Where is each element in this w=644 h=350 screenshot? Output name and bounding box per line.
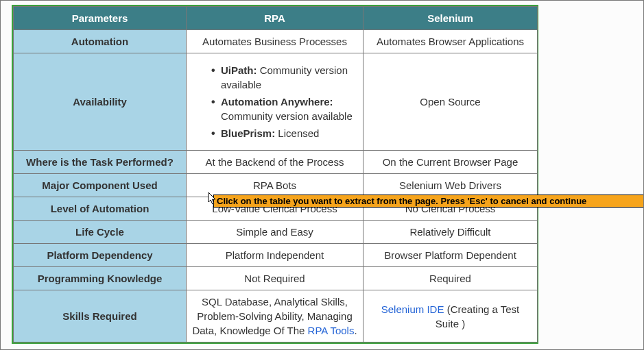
- cell-sel-availability: Open Source: [363, 53, 538, 151]
- skills-rpa-text-post: .: [354, 325, 357, 336]
- list-item: Automation Anywhere: Community version a…: [211, 95, 355, 123]
- cell-rpa-skills: SQL Database, Analytical Skills, Problem…: [187, 290, 363, 342]
- availability-list: UiPath: Community version available Auto…: [192, 58, 357, 146]
- cell-rpa-automation: Automates Business Processes: [187, 30, 363, 53]
- list-item: BluePrism: Licensed: [211, 126, 355, 140]
- param-major-component: Major Component Used: [14, 174, 187, 197]
- cell-rpa-platform-dependency: Platform Independent: [187, 244, 363, 267]
- cell-sel-automation: Automates Browser Applications: [363, 30, 538, 53]
- cell-rpa-availability: UiPath: Community version available Auto…: [187, 53, 363, 151]
- extract-instruction-bar: Click on the table you want to extract f…: [213, 195, 643, 208]
- cell-rpa-programming-knowledge: Not Required: [187, 267, 363, 290]
- param-level-automation: Level of Automation: [14, 197, 187, 221]
- param-programming-knowledge: Programming Knowledge: [14, 267, 187, 290]
- header-rpa: RPA: [187, 7, 363, 30]
- selenium-ide-link[interactable]: Selenium IDE: [381, 303, 444, 315]
- cell-sel-programming-knowledge: Required: [363, 267, 538, 290]
- cell-rpa-life-cycle: Simple and Easy: [187, 221, 363, 244]
- list-item: UiPath: Community version available: [211, 63, 355, 92]
- table-row[interactable]: Automation Automates Business Processes …: [14, 30, 538, 53]
- param-automation: Automation: [14, 30, 187, 53]
- cell-sel-skills: Selenium IDE (Creating a Test Suite ): [363, 290, 538, 342]
- cell-rpa-major-component: RPA Bots: [187, 174, 363, 197]
- rpa-tools-link[interactable]: RPA Tools: [308, 325, 355, 336]
- cell-sel-task-performed: On the Current Browser Page: [363, 151, 538, 174]
- table-header-row: Parameters RPA Selenium: [14, 7, 538, 30]
- table-row[interactable]: Skills Required SQL Database, Analytical…: [14, 290, 538, 342]
- table-row[interactable]: Life Cycle Simple and Easy Relatively Di…: [14, 221, 538, 244]
- header-selenium: Selenium: [363, 7, 538, 30]
- cell-rpa-task-performed: At the Backend of the Process: [187, 151, 363, 174]
- table-row[interactable]: Programming Knowledge Not Required Requi…: [14, 267, 538, 290]
- table-row[interactable]: Platform Dependency Platform Independent…: [14, 244, 538, 267]
- skills-sel-text-post: (Creating a Test Suite ): [436, 303, 519, 329]
- comparison-table-wrap[interactable]: Parameters RPA Selenium Automation Autom…: [12, 5, 538, 344]
- param-skills-required: Skills Required: [14, 290, 187, 342]
- table-row[interactable]: Major Component Used RPA Bots Selenium W…: [14, 174, 538, 197]
- param-availability: Availability: [14, 53, 187, 151]
- cell-sel-major-component: Selenium Web Drivers: [363, 174, 538, 197]
- cell-sel-platform-dependency: Browser Platform Dependent: [363, 244, 538, 267]
- comparison-table[interactable]: Parameters RPA Selenium Automation Autom…: [13, 6, 538, 342]
- param-task-performed: Where is the Task Performed?: [14, 151, 187, 174]
- param-platform-dependency: Platform Dependency: [14, 244, 187, 267]
- table-row[interactable]: Availability UiPath: Community version a…: [14, 53, 538, 151]
- param-life-cycle: Life Cycle: [14, 221, 187, 244]
- page-container: Parameters RPA Selenium Automation Autom…: [0, 0, 644, 350]
- header-parameters: Parameters: [14, 7, 187, 30]
- table-row[interactable]: Where is the Task Performed? At the Back…: [14, 151, 538, 174]
- cell-sel-life-cycle: Relatively Difficult: [363, 221, 538, 244]
